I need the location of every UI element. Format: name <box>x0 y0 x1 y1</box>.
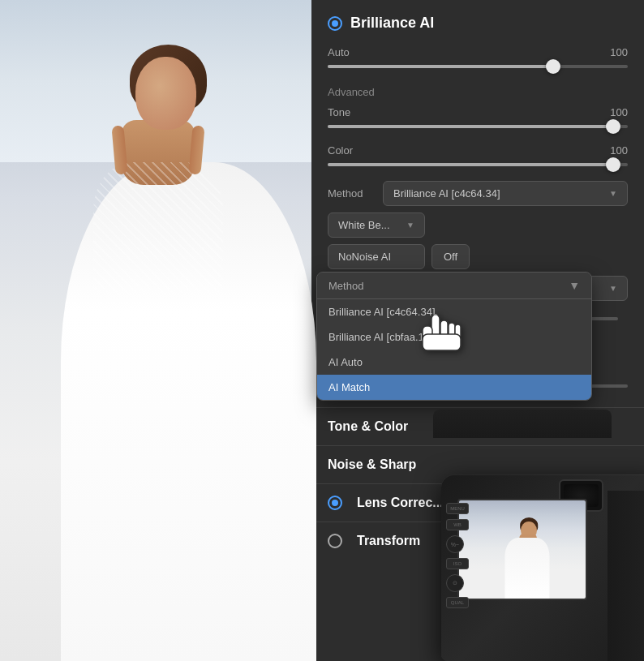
tone-slider-thumb[interactable] <box>606 119 620 134</box>
brilliance-ai-title: Brilliance AI <box>350 15 434 32</box>
nonoise-label: NoNoise AI <box>338 251 391 263</box>
tone-slider-track[interactable] <box>328 125 628 128</box>
qual-label: QUAL <box>451 600 464 605</box>
tone-slider-fill <box>328 125 613 128</box>
transform-radio[interactable] <box>328 534 342 548</box>
camera-overlay: MENU WB %~ ISO ⊙ QUAL AE-LAF-L <box>425 434 644 661</box>
auto-value: 100 <box>610 46 628 58</box>
dropdown-popup-chevron: ▼ <box>569 279 580 292</box>
nonoise-dropdown[interactable]: NoNoise AI <box>328 244 425 269</box>
auto-slider-row: Auto 100 <box>311 41 644 79</box>
tone-slider-row: Tone 100 <box>311 101 644 139</box>
color-slider-fill <box>328 163 613 166</box>
white-balance-label: White Be... <box>338 219 390 231</box>
lens-radio-dot <box>332 500 338 506</box>
brilliance-ai-header: Brilliance AI <box>311 0 644 41</box>
dress-texture <box>93 162 223 324</box>
wb-button[interactable]: WB <box>446 519 469 530</box>
percent-icon: %~ <box>451 542 459 547</box>
brilliance-radio[interactable] <box>328 16 342 31</box>
camera-grip <box>608 491 644 661</box>
menu-button[interactable]: MENU <box>446 503 469 514</box>
iso-button[interactable]: ISO <box>446 558 469 569</box>
retouch-chevron: ▼ <box>609 284 617 293</box>
auto-slider-fill <box>328 65 553 68</box>
mini-dress <box>505 538 550 599</box>
advanced-label: Advanced <box>311 79 644 101</box>
percent-button[interactable]: %~ <box>446 535 464 553</box>
color-value: 100 <box>610 144 628 157</box>
tone-label: Tone <box>328 106 350 118</box>
iso-label: ISO <box>453 561 462 566</box>
auto-slider-track[interactable] <box>328 65 628 68</box>
method-dropdown-popup: Method ▼ Brilliance AI [c4c64.34] Brilli… <box>316 272 592 401</box>
dropdown-item-2[interactable]: AI Auto <box>317 350 591 375</box>
white-balance-dropdown[interactable]: White Be... ▼ <box>328 212 425 238</box>
menu-label: MENU <box>450 506 465 511</box>
lens-radio[interactable] <box>328 496 342 510</box>
color-slider-track[interactable] <box>328 163 628 166</box>
photo-background <box>0 0 316 661</box>
camera-body: MENU WB %~ ISO ⊙ QUAL AE-LAF-L <box>441 474 644 661</box>
camera-screen-content <box>459 500 586 599</box>
dropdown-popup-header: Method ▼ <box>317 273 591 299</box>
method-dropdown[interactable]: Brilliance AI [c4c64.34] ▼ <box>383 181 628 206</box>
wb-label: WB <box>453 522 462 527</box>
white-balance-row: White Be... ▼ <box>311 209 644 241</box>
nonoise-value: Off <box>444 251 457 263</box>
tone-value: 100 <box>610 106 628 118</box>
color-slider-thumb[interactable] <box>606 157 620 172</box>
transform-title: Transform <box>357 534 420 548</box>
radio-dot <box>332 20 338 27</box>
dropdown-item-1[interactable]: Brilliance AI [cbfaa.12] <box>317 324 591 350</box>
method-selected-value: Brilliance AI [c4c64.34] <box>393 187 500 200</box>
method-row: Method Brilliance AI [c4c64.34] ▼ <box>311 178 644 209</box>
bride-face <box>135 57 196 130</box>
qual-button[interactable]: QUAL <box>446 597 469 608</box>
dial-button[interactable]: ⊙ <box>446 574 464 592</box>
dropdown-item-0[interactable]: Brilliance AI [c4c64.34] <box>317 299 591 324</box>
dropdown-popup-label: Method <box>328 280 363 292</box>
auto-slider-thumb[interactable] <box>546 59 560 74</box>
dropdown-item-3[interactable]: AI Match <box>317 375 591 400</box>
camera-screen <box>457 499 587 600</box>
method-chevron-icon: ▼ <box>609 189 617 198</box>
dial-icon: ⊙ <box>453 580 457 586</box>
auto-label: Auto <box>328 46 350 58</box>
nonoise-toggle[interactable]: Off <box>431 244 470 269</box>
nonoise-row: NoNoise AI Off <box>311 241 644 273</box>
camera-left-controls: MENU WB %~ ISO ⊙ QUAL <box>446 503 469 608</box>
mini-bride <box>503 517 552 599</box>
white-balance-chevron: ▼ <box>406 221 414 230</box>
color-label: Color <box>328 144 353 157</box>
camera-top <box>433 410 612 438</box>
color-slider-row: Color 100 <box>311 139 644 178</box>
method-label: Method <box>328 187 376 200</box>
